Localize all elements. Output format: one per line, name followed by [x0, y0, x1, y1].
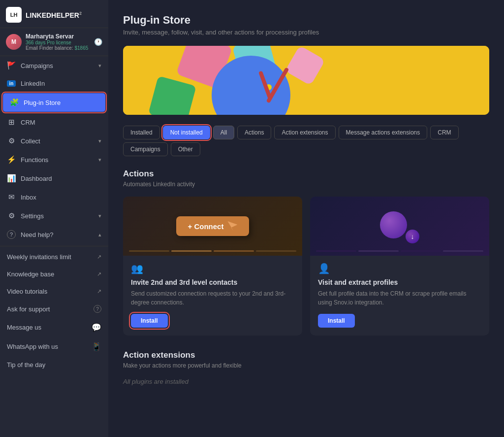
download-arrow-icon: ↓: [406, 230, 419, 243]
progress-bar: [401, 250, 441, 252]
tab-crm[interactable]: CRM: [430, 126, 458, 139]
messenger-icon: 💬: [92, 323, 101, 332]
plugin-cards-grid: + Connect 👥 Invite 2nd and 3rd level con…: [123, 197, 489, 336]
page-title: Plug-in Store: [123, 14, 489, 27]
progress-bar: [358, 250, 399, 252]
progress-bar: [214, 250, 254, 252]
sidebar-item-functions[interactable]: ⚡ Functions ▾: [0, 150, 108, 169]
progress-bars: [316, 250, 483, 252]
all-installed-label: All plugins are installed: [123, 378, 489, 385]
user-info: Marharyta Servar 366 days Pro license Em…: [26, 33, 90, 51]
external-link-icon: ↗: [97, 288, 101, 295]
sidebar-item-collect[interactable]: ⚙ Collect ▾: [0, 132, 108, 150]
visit-figure: ↓: [380, 209, 419, 243]
invite-card-title: Invite 2nd and 3rd level contacts: [131, 278, 294, 286]
sidebar-item-need-help[interactable]: ? Need help? ▴: [0, 225, 108, 244]
tab-message-actions[interactable]: Message actions extensions: [339, 126, 428, 139]
settings-icon: ⚙: [7, 211, 16, 220]
card-body-invite: 👥 Invite 2nd and 3rd level contacts Send…: [123, 256, 302, 336]
tab-installed[interactable]: Installed: [123, 126, 160, 139]
help-circle-icon: ?: [94, 305, 101, 313]
progress-bar: [316, 250, 356, 252]
chevron-down-icon: ▾: [98, 138, 101, 144]
action-extensions-subtitle: Make your actions more powerful and flex…: [123, 362, 489, 369]
external-link-icon: ↗: [97, 271, 101, 277]
clock-icon: 🕐: [94, 38, 102, 46]
app-title: LINKEDHELPER2: [26, 11, 82, 19]
sidebar-item-crm[interactable]: ⊞ CRM: [0, 113, 108, 132]
tab-campaigns[interactable]: Campaigns: [123, 142, 168, 156]
visit-card-icon: 👤: [318, 263, 481, 274]
sidebar-item-dashboard[interactable]: 📊 Dashboard: [0, 169, 108, 188]
plugin-store-icon: 🧩: [10, 98, 19, 107]
cursor-icon: [227, 221, 237, 231]
sidebar: LH LINKEDHELPER2 M Marharyta Servar 366 …: [0, 0, 108, 437]
sidebar-item-settings[interactable]: ⚙ Settings ▾: [0, 206, 108, 225]
filter-tabs: Installed Not installed All Actions Acti…: [123, 126, 489, 156]
inbox-icon: ✉: [7, 193, 16, 202]
sidebar-item-inbox[interactable]: ✉ Inbox: [0, 188, 108, 206]
crm-icon: ⊞: [7, 118, 16, 127]
sidebar-item-linkedin[interactable]: in LinkedIn: [0, 75, 108, 92]
sidebar-item-whatsapp[interactable]: WhatsApp with us 📱: [0, 337, 108, 356]
tab-actions[interactable]: Actions: [237, 126, 271, 139]
progress-bar: [443, 250, 483, 252]
visit-card-title: Visit and extract profiles: [318, 278, 481, 286]
promo-banner: [123, 46, 489, 115]
progress-bars: [129, 250, 296, 252]
progress-bar: [129, 250, 169, 252]
visit-card-desc: Get full profile data into the CRM or sc…: [318, 289, 481, 307]
app-logo: LH: [6, 7, 22, 23]
chevron-down-icon: ▾: [98, 157, 101, 163]
user-section: M Marharyta Servar 366 days Pro license …: [0, 28, 108, 56]
invite-card-icon: 👥: [131, 263, 294, 274]
banner-shape: [285, 46, 325, 86]
invite-card-desc: Send customized connection requests to y…: [131, 289, 294, 307]
chevron-up-icon: ▴: [98, 232, 101, 238]
collect-icon: ⚙: [7, 136, 16, 145]
sidebar-item-video-tutorials[interactable]: Video tutorials ↗: [0, 283, 108, 300]
user-license: 366 days Pro license: [26, 40, 90, 45]
profile-circle-icon: [380, 211, 407, 238]
sidebar-item-weekly-invitations[interactable]: Weekly invitations limit ↗: [0, 248, 108, 266]
card-body-visit: 👤 Visit and extract profiles Get full pr…: [310, 256, 489, 336]
banner-inner: [123, 46, 489, 115]
progress-bar: [171, 250, 212, 252]
sidebar-divider: [0, 246, 108, 246]
external-link-icon: ↗: [97, 254, 101, 260]
help-icon: ?: [7, 230, 16, 239]
actions-section-title: Actions: [123, 169, 489, 179]
plugin-card-invite: + Connect 👥 Invite 2nd and 3rd level con…: [123, 197, 302, 336]
card-banner-invite: + Connect: [123, 197, 302, 256]
progress-bar: [256, 250, 296, 252]
app-header: LH LINKEDHELPER2: [0, 0, 108, 28]
install-visit-button[interactable]: Install: [318, 314, 355, 328]
dashboard-icon: 📊: [7, 174, 16, 183]
chevron-down-icon: ▾: [98, 213, 101, 219]
tab-action-extensions[interactable]: Action extensions: [274, 126, 335, 139]
page-subtitle: Invite, message, follow, visit, and othe…: [123, 29, 489, 36]
functions-icon: ⚡: [7, 155, 16, 164]
plugin-card-visit: ↓ 👤 Visit and extract profiles Get full …: [310, 197, 489, 336]
chevron-down-icon: ▾: [98, 63, 101, 69]
campaigns-icon: 🚩: [7, 61, 16, 70]
sidebar-item-message-us[interactable]: Message us 💬: [0, 318, 108, 337]
whatsapp-icon: 📱: [92, 342, 101, 351]
tab-not-installed[interactable]: Not installed: [163, 126, 210, 139]
actions-section-subtitle: Automates LinkedIn activity: [123, 181, 489, 188]
sidebar-item-tip-of-day[interactable]: Tip of the day: [0, 356, 108, 373]
sidebar-item-plugin-store[interactable]: 🧩 Plug-in Store: [3, 93, 105, 112]
linkedin-icon: in: [7, 80, 16, 87]
connect-button-mock: + Connect: [176, 216, 250, 236]
card-banner-visit: ↓: [310, 197, 489, 256]
install-invite-button[interactable]: Install: [131, 314, 168, 328]
sidebar-item-ask-support[interactable]: Ask for support ?: [0, 300, 108, 318]
main-content: Plug-in Store Invite, message, follow, v…: [108, 0, 504, 437]
sidebar-item-campaigns[interactable]: 🚩 Campaigns ▾: [0, 56, 108, 75]
tab-other[interactable]: Other: [171, 142, 200, 156]
tab-all[interactable]: All: [213, 126, 234, 139]
sidebar-item-knowledge-base[interactable]: Knowledge base ↗: [0, 266, 108, 283]
user-name: Marharyta Servar: [26, 33, 90, 40]
banner-shape: [148, 76, 196, 115]
user-balance: Email Finder balance: $1865: [26, 45, 90, 51]
